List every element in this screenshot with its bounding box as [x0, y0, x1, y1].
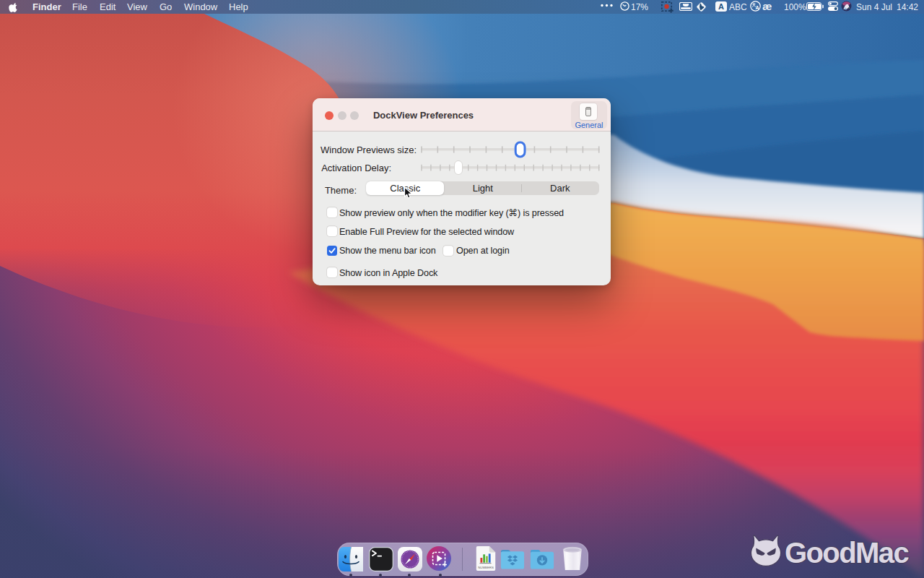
svg-text:NUMBERS: NUMBERS: [478, 566, 494, 569]
svg-text:A: A: [755, 5, 759, 10]
svg-text:A: A: [718, 2, 724, 11]
svg-text:GoodMac: GoodMac: [785, 537, 909, 569]
